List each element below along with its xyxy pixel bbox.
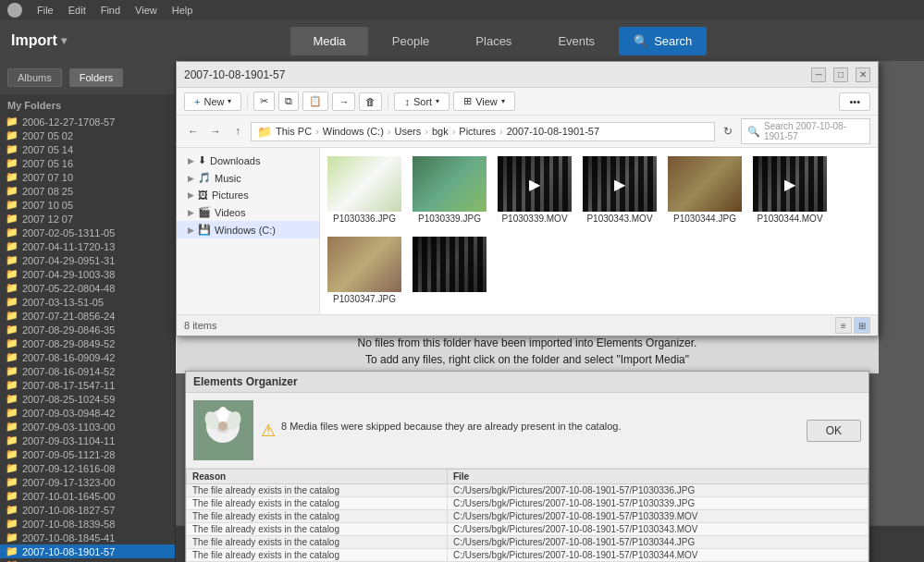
thumbnail-item[interactable] [409,232,490,309]
folder-item[interactable]: 📁2006-12-27-1708-57 [0,115,175,128]
folder-item[interactable]: 📁2007-10-08-1901-57 [0,544,175,558]
folder-item[interactable]: 📁2007 08 25 [0,184,175,198]
fe-sidebar-videos[interactable]: ▶ 🎬 Videos [177,203,319,221]
folder-item[interactable]: 📁2007-10-08-1845-41 [0,531,175,544]
move-button[interactable]: → [332,92,355,111]
delete-button[interactable]: 🗑 [359,92,382,111]
folder-item[interactable]: 📁2007 05 14 [0,142,175,156]
sort-button[interactable]: ↕ Sort ▾ [394,92,450,111]
dialog-title: Elements Organizer [186,372,869,393]
new-button[interactable]: + New ▾ [184,92,241,111]
file-explorer-window: 2007-10-08-1901-57 ─ □ ✕ + New ▾ ✂ ⧉ 📋 →… [176,61,879,336]
search-box[interactable]: 🔍 Search 2007-10-08-1901-57 [741,118,870,144]
tab-events[interactable]: Events [536,27,617,55]
dialog-table: Reason File The file already exists in t… [186,469,869,562]
folder-item[interactable]: 📁2007 05 16 [0,156,175,170]
addr-sep3: › [425,126,428,137]
folder-name: 2007-08-16-0909-42 [22,352,115,363]
tab-search[interactable]: 🔍 Search [619,27,707,55]
cut-button[interactable]: ✂ [253,92,275,111]
folder-item[interactable]: 📁2007-08-29-0846-35 [0,323,175,336]
folder-name: 2007-08-25-1024-59 [22,394,115,405]
paste-button[interactable]: 📋 [302,92,328,111]
folder-icon: 📁 [6,393,18,405]
folder-item[interactable]: 📁2007-08-25-1024-59 [0,392,175,406]
folder-item[interactable]: 📁2007-08-29-0849-52 [0,336,175,350]
thumbnail-item[interactable]: P1030347.JPG [324,232,405,309]
menu-file[interactable]: File [37,5,54,16]
folder-item[interactable]: 📁2007-02-05-1311-05 [0,226,175,239]
maximize-button[interactable]: □ [833,67,848,82]
albums-button[interactable]: Albums [7,68,62,87]
folder-item[interactable]: 📁2007-09-12-1616-08 [0,461,175,475]
toolbar-divider-1 [247,93,248,110]
list-view-button[interactable]: ≡ [835,317,852,334]
thumbnail-item[interactable]: ▶ P1030339.MOV [494,152,575,228]
folder-item[interactable]: 📁2007 12 07 [0,212,175,226]
minimize-button[interactable]: ─ [811,67,826,82]
folder-item[interactable]: 📁2007-10-08-1922-39 [0,558,175,562]
file-cell: C:/Users/bgk/Pictures/2007-10-08-1901-57… [447,523,868,536]
back-button[interactable]: ← [184,122,203,140]
reason-cell: The file already exists in the catalog [187,497,448,510]
fe-sidebar-pictures[interactable]: ▶ 🖼 Pictures [177,187,319,203]
grid-view-button[interactable]: ⊞ [854,317,870,334]
fe-sidebar-music[interactable]: ▶ 🎵 Music [177,169,319,187]
folder-item[interactable]: 📁2007 07 10 [0,170,175,184]
menu-help[interactable]: Help [172,5,193,16]
thumbnail-item[interactable]: ▶ P1030344.MOV [749,152,831,228]
folder-item[interactable]: 📁2007-09-03-1103-00 [0,420,175,434]
folder-item[interactable]: 📁2007-04-29-0951-31 [0,253,175,267]
folder-item[interactable]: 📁2007-09-17-1323-00 [0,475,175,489]
folder-item[interactable]: 📁2007 10 05 [0,198,175,212]
folder-item[interactable]: 📁2007 05 02 [0,128,175,142]
folder-name: 2007 12 07 [22,214,73,225]
folder-list[interactable]: 📁2006-12-27-1708-57📁2007 05 02📁2007 05 1… [0,115,175,562]
thumbnail-item[interactable]: P1030336.JPG [324,152,405,228]
folder-item[interactable]: 📁2007-07-21-0856-24 [0,309,175,323]
folder-item[interactable]: 📁2007-10-01-1645-00 [0,489,175,503]
thumbnail-item[interactable]: P1030344.JPG [664,152,745,228]
folder-item[interactable]: 📁2007-04-11-1720-13 [0,239,175,253]
dialog-table-container[interactable]: Reason File The file already exists in t… [186,469,869,562]
addr-sep1: › [315,126,319,137]
folder-item[interactable]: 📁2007-08-16-0914-52 [0,364,175,378]
folder-item[interactable]: 📁2007-05-22-0804-48 [0,281,175,295]
forward-button[interactable]: → [206,122,225,140]
more-button[interactable]: ••• [839,92,870,111]
folder-item[interactable]: 📁2007-08-17-1547-11 [0,378,175,392]
ok-button[interactable]: OK [807,420,861,442]
folders-button[interactable]: Folders [69,68,124,87]
up-button[interactable]: ↑ [228,122,247,140]
address-bar[interactable]: 📁 This PC › Windows (C:) › Users › bgk ›… [251,122,715,141]
folder-item[interactable]: 📁2007-10-08-1839-58 [0,517,175,531]
menu-find[interactable]: Find [101,5,120,16]
thumbnail-item[interactable]: P1030339.JPG [409,152,490,228]
thumbnail-item[interactable]: ▶ P1030343.MOV [579,152,660,228]
folder-name: 2007-10-08-1827-57 [22,505,115,516]
fe-sidebar-downloads[interactable]: ▶ ⬇ Downloads [177,152,319,169]
dialog-message-text: 8 Media files were skipped because they … [281,421,622,432]
folder-item[interactable]: 📁2007-08-16-0909-42 [0,350,175,364]
menu-view[interactable]: View [135,5,157,16]
tab-media[interactable]: Media [290,27,367,55]
fe-sidebar-windrive[interactable]: ▶ 💾 Windows (C:) [177,221,319,238]
folder-item[interactable]: 📁2007-09-05-1121-28 [0,447,175,461]
thumb-label: P1030343.MOV [586,214,652,224]
tab-people[interactable]: People [370,27,451,55]
thumb-label: P1030344.JPG [673,214,736,224]
import-arrow[interactable]: ▾ [61,34,67,47]
view-button[interactable]: ⊞ View ▾ [453,92,515,111]
sort-icon: ↕ [404,96,410,107]
menu-edit[interactable]: Edit [68,5,86,16]
copy-button[interactable]: ⧉ [278,92,299,111]
folder-item[interactable]: 📁2007-10-08-1827-57 [0,503,175,517]
folder-item[interactable]: 📁2007-09-03-0948-42 [0,406,175,420]
tab-places[interactable]: Places [453,27,534,55]
refresh-button[interactable]: ↻ [719,122,737,140]
folder-item[interactable]: 📁2007-09-03-1104-11 [0,434,175,447]
folder-icon: 📁 [6,199,18,211]
folder-item[interactable]: 📁2007-04-29-1003-38 [0,267,175,281]
close-button[interactable]: ✕ [856,67,870,82]
folder-item[interactable]: 📁2007-03-13-51-05 [0,295,175,309]
